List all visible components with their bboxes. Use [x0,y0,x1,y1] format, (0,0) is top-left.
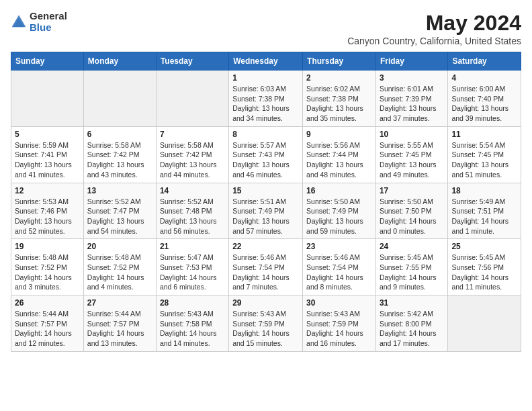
calendar-cell: 7 Sunrise: 5:58 AMSunset: 7:42 PMDayligh… [156,126,228,183]
logo-text: General Blue [30,11,67,33]
calendar-header-thursday: Thursday [303,52,376,71]
cell-date: 13 [87,186,152,195]
calendar-cell: 25 Sunrise: 5:45 AMSunset: 7:56 PMDaylig… [448,239,521,295]
cell-info: Sunrise: 5:44 AMSunset: 7:57 PMDaylight:… [87,309,152,349]
cell-date: 21 [160,242,225,251]
title-block: May 2024 Canyon Country, California, Uni… [347,11,521,46]
logo-general-label: General [30,11,67,22]
calendar-week-2: 5 Sunrise: 5:59 AMSunset: 7:41 PMDayligh… [11,126,521,183]
calendar-header-row: SundayMondayTuesdayWednesdayThursdayFrid… [11,52,521,71]
calendar-cell: 5 Sunrise: 5:59 AMSunset: 7:41 PMDayligh… [11,126,84,183]
page-header: General Blue May 2024 Canyon Country, Ca… [11,11,521,46]
calendar-cell: 9 Sunrise: 5:56 AMSunset: 7:44 PMDayligh… [303,126,376,183]
cell-info: Sunrise: 5:46 AMSunset: 7:54 PMDaylight:… [232,253,299,292]
logo: General Blue [11,11,67,33]
calendar-location: Canyon Country, California, United State… [347,36,521,46]
calendar-cell: 4 Sunrise: 6:00 AMSunset: 7:40 PMDayligh… [448,71,521,127]
cell-info: Sunrise: 5:49 AMSunset: 7:51 PMDaylight:… [451,197,517,236]
cell-date: 25 [451,242,517,251]
calendar-cell: 11 Sunrise: 5:54 AMSunset: 7:45 PMDaylig… [448,126,521,183]
calendar-cell: 15 Sunrise: 5:51 AMSunset: 7:49 PMDaylig… [229,183,303,239]
cell-date: 5 [15,130,80,139]
calendar-cell: 1 Sunrise: 6:03 AMSunset: 7:38 PMDayligh… [229,71,303,127]
cell-date: 11 [451,130,517,139]
cell-date: 2 [306,73,372,83]
cell-info: Sunrise: 5:48 AMSunset: 7:52 PMDaylight:… [87,253,152,292]
cell-info: Sunrise: 6:02 AMSunset: 7:38 PMDaylight:… [306,84,372,124]
cell-date: 6 [87,130,152,139]
calendar-cell: 27 Sunrise: 5:44 AMSunset: 7:57 PMDaylig… [83,295,156,352]
calendar-cell: 19 Sunrise: 5:48 AMSunset: 7:52 PMDaylig… [11,239,84,295]
calendar-week-5: 26 Sunrise: 5:44 AMSunset: 7:57 PMDaylig… [11,295,521,352]
cell-date: 18 [451,186,517,195]
logo-icon [11,14,27,30]
calendar-cell: 2 Sunrise: 6:02 AMSunset: 7:38 PMDayligh… [303,71,376,127]
calendar-cell: 20 Sunrise: 5:48 AMSunset: 7:52 PMDaylig… [83,239,156,295]
cell-info: Sunrise: 5:58 AMSunset: 7:42 PMDaylight:… [87,140,152,180]
cell-info: Sunrise: 5:55 AMSunset: 7:45 PMDaylight:… [380,140,444,180]
cell-date: 14 [160,186,225,195]
cell-info: Sunrise: 5:57 AMSunset: 7:43 PMDaylight:… [232,140,299,180]
cell-info: Sunrise: 5:45 AMSunset: 7:56 PMDaylight:… [451,253,517,292]
calendar-header-tuesday: Tuesday [156,52,228,71]
calendar-cell [156,71,228,127]
cell-date: 10 [380,130,444,139]
cell-date: 23 [306,242,372,251]
cell-date: 31 [380,298,444,308]
cell-date: 29 [232,298,299,308]
calendar-cell: 22 Sunrise: 5:46 AMSunset: 7:54 PMDaylig… [229,239,303,295]
cell-date: 1 [232,73,299,83]
calendar-cell [83,71,156,127]
cell-date: 9 [306,130,372,139]
cell-info: Sunrise: 5:44 AMSunset: 7:57 PMDaylight:… [15,309,80,349]
cell-info: Sunrise: 5:53 AMSunset: 7:46 PMDaylight:… [15,197,80,236]
calendar-cell: 18 Sunrise: 5:49 AMSunset: 7:51 PMDaylig… [448,183,521,239]
cell-date: 17 [380,186,444,195]
cell-date: 27 [87,298,152,308]
calendar-cell: 28 Sunrise: 5:43 AMSunset: 7:58 PMDaylig… [156,295,228,352]
calendar-header-monday: Monday [83,52,156,71]
cell-info: Sunrise: 5:43 AMSunset: 7:59 PMDaylight:… [232,309,299,349]
cell-date: 19 [15,242,80,251]
cell-info: Sunrise: 5:59 AMSunset: 7:41 PMDaylight:… [15,140,80,180]
cell-date: 20 [87,242,152,251]
calendar-header-sunday: Sunday [11,52,84,71]
calendar-header-friday: Friday [375,52,447,71]
calendar-cell [448,295,521,352]
cell-info: Sunrise: 5:47 AMSunset: 7:53 PMDaylight:… [160,253,225,292]
calendar-cell: 6 Sunrise: 5:58 AMSunset: 7:42 PMDayligh… [83,126,156,183]
cell-info: Sunrise: 5:52 AMSunset: 7:47 PMDaylight:… [87,197,152,236]
calendar-cell: 16 Sunrise: 5:50 AMSunset: 7:49 PMDaylig… [303,183,376,239]
calendar-cell: 8 Sunrise: 5:57 AMSunset: 7:43 PMDayligh… [229,126,303,183]
cell-date: 8 [232,130,299,139]
cell-info: Sunrise: 5:42 AMSunset: 8:00 PMDaylight:… [380,309,444,349]
cell-date: 24 [380,242,444,251]
calendar-cell: 23 Sunrise: 5:46 AMSunset: 7:54 PMDaylig… [303,239,376,295]
calendar-header-wednesday: Wednesday [229,52,303,71]
calendar-cell: 12 Sunrise: 5:53 AMSunset: 7:46 PMDaylig… [11,183,84,239]
calendar-cell: 17 Sunrise: 5:50 AMSunset: 7:50 PMDaylig… [375,183,447,239]
calendar-week-1: 1 Sunrise: 6:03 AMSunset: 7:38 PMDayligh… [11,71,521,127]
cell-info: Sunrise: 5:54 AMSunset: 7:45 PMDaylight:… [451,140,517,180]
cell-info: Sunrise: 5:45 AMSunset: 7:55 PMDaylight:… [380,253,444,292]
cell-date: 7 [160,130,225,139]
cell-date: 28 [160,298,225,308]
cell-date: 3 [380,73,444,83]
calendar-cell: 13 Sunrise: 5:52 AMSunset: 7:47 PMDaylig… [83,183,156,239]
cell-date: 15 [232,186,299,195]
cell-info: Sunrise: 6:03 AMSunset: 7:38 PMDaylight:… [232,84,299,124]
calendar-cell: 3 Sunrise: 6:01 AMSunset: 7:39 PMDayligh… [375,71,447,127]
cell-date: 26 [15,298,80,308]
cell-info: Sunrise: 5:48 AMSunset: 7:52 PMDaylight:… [15,253,80,292]
calendar-cell: 30 Sunrise: 5:43 AMSunset: 7:59 PMDaylig… [303,295,376,352]
cell-info: Sunrise: 5:46 AMSunset: 7:54 PMDaylight:… [306,253,372,292]
cell-date: 30 [306,298,372,308]
calendar-cell: 29 Sunrise: 5:43 AMSunset: 7:59 PMDaylig… [229,295,303,352]
calendar-cell: 24 Sunrise: 5:45 AMSunset: 7:55 PMDaylig… [375,239,447,295]
calendar-cell: 10 Sunrise: 5:55 AMSunset: 7:45 PMDaylig… [375,126,447,183]
cell-date: 12 [15,186,80,195]
calendar-cell: 14 Sunrise: 5:52 AMSunset: 7:48 PMDaylig… [156,183,228,239]
calendar-week-4: 19 Sunrise: 5:48 AMSunset: 7:52 PMDaylig… [11,239,521,295]
cell-info: Sunrise: 5:58 AMSunset: 7:42 PMDaylight:… [160,140,225,180]
calendar-week-3: 12 Sunrise: 5:53 AMSunset: 7:46 PMDaylig… [11,183,521,239]
